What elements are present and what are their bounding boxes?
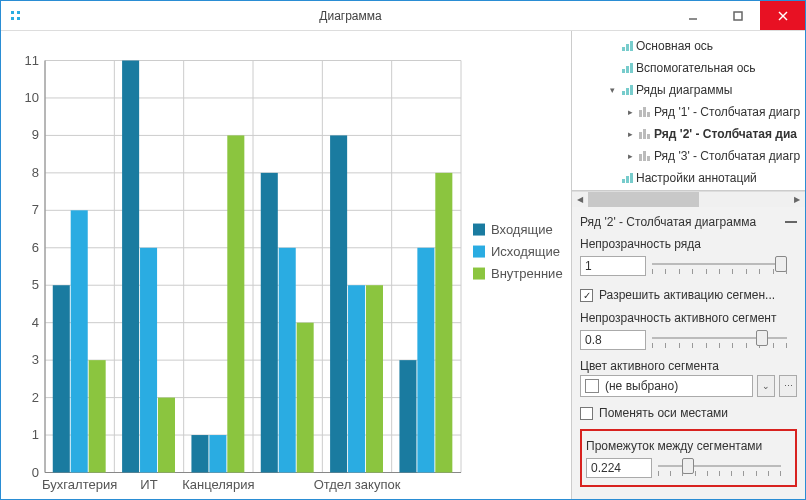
bar (140, 248, 157, 473)
svg-rect-44 (622, 69, 625, 73)
svg-rect-57 (643, 151, 646, 161)
series-opacity-label: Непрозрачность ряда (580, 237, 797, 251)
svg-rect-45 (626, 66, 629, 73)
svg-rect-3 (17, 17, 20, 20)
x-tick-label: Отдел закупок (314, 477, 401, 492)
svg-text:7: 7 (32, 202, 39, 217)
tree-item[interactable]: Основная ось (572, 35, 805, 57)
tree-node-icon (636, 150, 654, 162)
tree-scrollbar[interactable]: ◀ ▶ (572, 191, 805, 207)
bar (89, 360, 106, 472)
svg-rect-55 (647, 134, 650, 139)
active-color-picker[interactable]: (не выбрано) (580, 375, 753, 397)
chart: 01234567891011БухгалтерияИТКанцелярияОтд… (1, 41, 571, 499)
tree-twisty-icon[interactable]: ▾ (606, 85, 618, 95)
svg-rect-41 (622, 47, 625, 51)
svg-rect-43 (630, 41, 633, 51)
bar (53, 285, 70, 472)
legend-label: Исходящие (491, 244, 560, 259)
legend-swatch (473, 224, 485, 236)
scroll-left-icon[interactable]: ◀ (572, 192, 588, 207)
tree-twisty-icon[interactable]: ▸ (624, 129, 636, 139)
legend-label: Входящие (491, 222, 553, 237)
color-swatch-icon (585, 379, 599, 393)
svg-rect-46 (630, 63, 633, 73)
svg-rect-52 (647, 112, 650, 117)
property-panel: Ряд '2' - Столбчатая диаграмма Непрозрач… (572, 207, 805, 499)
tree-item[interactable]: ▾Ряды диаграммы (572, 79, 805, 101)
close-button[interactable] (760, 1, 805, 30)
tree-item[interactable]: ▸Ряд '2' - Столбчатая диа (572, 123, 805, 145)
bar (366, 285, 383, 472)
tree-view[interactable]: Основная осьВспомогательная ось▾Ряды диа… (572, 31, 805, 191)
active-opacity-input[interactable]: 0.8 (580, 330, 646, 350)
bar (279, 248, 296, 473)
gap-slider[interactable] (658, 455, 791, 481)
tree-item[interactable]: Настройки аннотаций (572, 167, 805, 189)
maximize-button[interactable] (715, 1, 760, 30)
svg-text:6: 6 (32, 240, 39, 255)
gap-input[interactable]: 0.224 (586, 458, 652, 478)
svg-rect-2 (11, 17, 14, 20)
svg-rect-1 (17, 11, 20, 14)
swap-axes-checkbox[interactable]: Поменять оси местами (580, 403, 797, 423)
bar (435, 173, 452, 473)
svg-text:5: 5 (32, 277, 39, 292)
active-color-label: Цвет активного сегмента (580, 359, 797, 373)
tree-node-icon (618, 172, 636, 184)
svg-rect-49 (630, 85, 633, 95)
svg-rect-58 (647, 156, 650, 161)
svg-text:9: 9 (32, 127, 39, 142)
svg-rect-50 (639, 110, 642, 117)
svg-text:3: 3 (32, 352, 39, 367)
scroll-right-icon[interactable]: ▶ (789, 192, 805, 207)
legend-label: Внутренние (491, 266, 563, 281)
chart-area: 01234567891011БухгалтерияИТКанцелярияОтд… (1, 31, 571, 499)
checkbox-unchecked-icon (580, 407, 593, 420)
tree-item[interactable]: ▸Ряд '3' - Столбчатая диагр (572, 145, 805, 167)
legend-swatch (473, 246, 485, 258)
svg-rect-54 (643, 129, 646, 139)
minimize-button[interactable] (670, 1, 715, 30)
tree-item[interactable]: Вспомогательная ось (572, 57, 805, 79)
window-frame: Диаграмма 01234567891011БухгалтерияИТКан… (0, 0, 806, 500)
bar (297, 323, 314, 473)
swap-axes-label: Поменять оси местами (599, 406, 728, 420)
content: 01234567891011БухгалтерияИТКанцелярияОтд… (1, 31, 805, 499)
x-tick-label: Бухгалтерия (42, 477, 117, 492)
bar (209, 435, 226, 472)
tree-twisty-icon[interactable]: ▸ (624, 107, 636, 117)
tree-item-label: Основная ось (636, 39, 713, 53)
allow-activate-checkbox[interactable]: ✓ Разрешить активацию сегмен... (580, 285, 797, 305)
tree-node-icon (618, 62, 636, 74)
active-opacity-slider[interactable] (652, 327, 797, 353)
app-icon (1, 10, 31, 22)
tree-item-label: Ряд '1' - Столбчатая диагр (654, 105, 800, 119)
bar (191, 435, 208, 472)
series-opacity-input[interactable]: 1 (580, 256, 646, 276)
tree-node-icon (636, 128, 654, 140)
x-tick-label: ИТ (140, 477, 157, 492)
tree-item-label: Ряды диаграммы (636, 83, 732, 97)
svg-rect-47 (622, 91, 625, 95)
collapse-icon[interactable] (785, 221, 797, 223)
svg-rect-60 (626, 176, 629, 183)
tree-node-icon (618, 84, 636, 96)
svg-text:0: 0 (32, 465, 39, 480)
svg-rect-42 (626, 44, 629, 51)
series-opacity-slider[interactable] (652, 253, 797, 279)
bar (158, 398, 175, 473)
prop-header[interactable]: Ряд '2' - Столбчатая диаграмма (580, 213, 797, 231)
svg-text:2: 2 (32, 390, 39, 405)
tree-twisty-icon[interactable]: ▸ (624, 151, 636, 161)
svg-text:8: 8 (32, 165, 39, 180)
tree-item-label: Ряд '2' - Столбчатая диа (654, 127, 797, 141)
tree-item-label: Ряд '3' - Столбчатая диагр (654, 149, 800, 163)
color-dropdown-button[interactable]: ⌄ (757, 375, 775, 397)
bar (348, 285, 365, 472)
color-popup-button[interactable]: ⋯ (779, 375, 797, 397)
svg-rect-59 (622, 179, 625, 183)
titlebar: Диаграмма (1, 1, 805, 31)
bar (122, 61, 139, 473)
tree-item[interactable]: ▸Ряд '1' - Столбчатая диагр (572, 101, 805, 123)
